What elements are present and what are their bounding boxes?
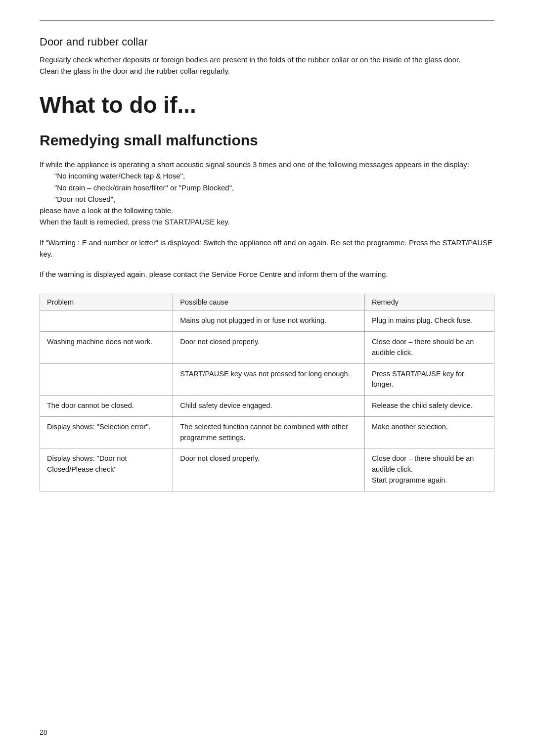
section-title: Remedying small malfunctions xyxy=(40,132,494,149)
row-2-remedy: Close door – there should be an audible … xyxy=(364,332,494,364)
row-3-problem xyxy=(40,363,173,396)
table-row: Washing machine does not work. Door not … xyxy=(40,332,494,364)
intro-continuation: please have a look at the following tabl… xyxy=(40,205,494,228)
row-4-cause: Child safety device engaged. xyxy=(173,396,365,417)
row-3-cause: START/PAUSE key was not pressed for long… xyxy=(173,363,365,396)
intro-text-2: If "Warning : E and number or letter" is… xyxy=(40,237,494,260)
col-header-cause: Possible cause xyxy=(173,294,365,311)
intro-block-2: If "Warning : E and number or letter" is… xyxy=(40,237,494,260)
message-2: "No drain – check/drain hose/filter" or … xyxy=(54,182,494,193)
main-title: What to do if... xyxy=(40,91,494,118)
row-6-remedy: Close door – there should be an audible … xyxy=(364,448,494,491)
row-2-problem: Washing machine does not work. xyxy=(40,332,173,364)
indented-messages: "No incoming water/Check tap & Hose", "N… xyxy=(40,170,494,205)
row-4-remedy: Release the child safety device. xyxy=(364,396,494,417)
row-1-remedy: Plug in mains plug. Check fuse. xyxy=(364,311,494,332)
row-1-cause: Mains plug not plugged in or fuse not wo… xyxy=(173,311,365,332)
row-6-cause: Door not closed properly. xyxy=(173,448,365,491)
message-1: "No incoming water/Check tap & Hose", xyxy=(54,170,494,181)
row-6-problem: Display shows: "Door not Closed/Please c… xyxy=(40,448,173,491)
table-row: The door cannot be closed. Child safety … xyxy=(40,396,494,417)
table-row: Display shows: "Selection error". The se… xyxy=(40,416,494,448)
row-3-remedy: Press START/PAUSE key for longer. xyxy=(364,363,494,396)
col-header-remedy: Remedy xyxy=(364,294,494,311)
table-row: Mains plug not plugged in or fuse not wo… xyxy=(40,311,494,332)
intro-block-3: If the warning is displayed again, pleas… xyxy=(40,268,494,280)
intro-block-1: If while the appliance is operating a sh… xyxy=(40,159,494,228)
row-1-problem xyxy=(40,311,173,332)
row-4-problem: The door cannot be closed. xyxy=(40,396,173,417)
table-row: Display shows: "Door not Closed/Please c… xyxy=(40,448,494,491)
door-collar-section: Door and rubber collar Regularly check w… xyxy=(40,36,494,77)
col-header-problem: Problem xyxy=(40,294,173,311)
malfunction-table: Problem Possible cause Remedy Mains plug… xyxy=(40,294,494,491)
row-5-problem: Display shows: "Selection error". xyxy=(40,416,173,448)
row-2-cause: Door not closed properly. xyxy=(173,332,365,364)
row-5-remedy: Make another selection. xyxy=(364,416,494,448)
table-section: Problem Possible cause Remedy Mains plug… xyxy=(40,294,494,491)
door-collar-body: Regularly check whether deposits or fore… xyxy=(40,54,494,77)
intro-text-1: If while the appliance is operating a sh… xyxy=(40,159,494,170)
table-row: START/PAUSE key was not pressed for long… xyxy=(40,363,494,396)
top-border xyxy=(40,20,494,21)
row-5-cause: The selected function cannot be combined… xyxy=(173,416,365,448)
message-3: "Door not Closed", xyxy=(54,193,494,205)
door-collar-title: Door and rubber collar xyxy=(40,36,494,48)
page-number: 28 xyxy=(40,728,47,736)
intro-text-3: If the warning is displayed again, pleas… xyxy=(40,268,494,280)
